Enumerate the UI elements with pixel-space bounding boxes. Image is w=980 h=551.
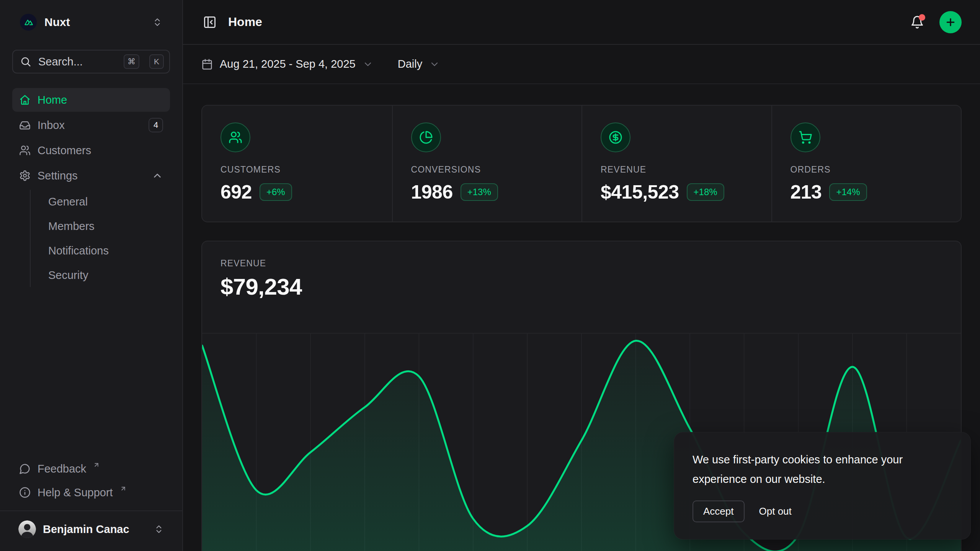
- circle-dollar-icon: [609, 130, 622, 144]
- stat-revenue[interactable]: REVENUE $415,523 +18%: [581, 106, 771, 222]
- granularity-select[interactable]: Daily: [398, 58, 440, 70]
- message-circle-icon: [19, 463, 31, 474]
- notification-dot: [919, 14, 925, 21]
- stats-card: CUSTOMERS 692 +6% CONVERSIONS 1986 +13%: [201, 105, 962, 222]
- help-support-link[interactable]: Help & Support: [12, 481, 170, 504]
- panel-left-close-icon: [203, 15, 217, 29]
- search-icon: [20, 56, 31, 67]
- add-button[interactable]: [939, 11, 962, 33]
- stat-delta-badge: +18%: [687, 183, 724, 201]
- page-title: Home: [228, 15, 262, 29]
- inbox-count-badge: 4: [149, 118, 163, 132]
- external-link-icon: [120, 485, 127, 492]
- sidebar-footer-links: Feedback Help & Support: [12, 458, 170, 504]
- users-icon: [19, 145, 31, 156]
- sidebar-item-inbox[interactable]: Inbox 4: [12, 113, 170, 137]
- shopping-cart-icon: [799, 130, 812, 144]
- plus-icon: [945, 16, 956, 28]
- calendar-icon: [201, 59, 213, 70]
- stat-label: CUSTOMERS: [220, 165, 374, 175]
- sidebar-item-label: Notifications: [48, 245, 109, 257]
- gear-icon: [19, 170, 31, 181]
- cookie-banner: We use first-party cookies to enhance yo…: [674, 432, 971, 540]
- help-support-label: Help & Support: [38, 484, 113, 500]
- sidebar-item-label: Members: [48, 220, 95, 233]
- kbd-meta: ⌘: [124, 54, 139, 69]
- avatar: [18, 520, 36, 538]
- stat-label: ORDERS: [791, 165, 943, 175]
- workspace-name: Nuxt: [44, 16, 70, 29]
- date-range-picker[interactable]: Aug 21, 2025 - Sep 4, 2025: [201, 58, 373, 70]
- stat-value: 213: [791, 181, 822, 203]
- users-icon: [229, 130, 242, 144]
- pie-chart-icon: [419, 130, 433, 144]
- feedback-link[interactable]: Feedback: [12, 458, 170, 480]
- sidebar-item-label: Settings: [38, 170, 78, 182]
- notifications-button[interactable]: [909, 14, 926, 31]
- user-name: Benjamin Canac: [43, 523, 129, 536]
- granularity-label: Daily: [398, 58, 422, 70]
- stat-orders[interactable]: ORDERS 213 +14%: [771, 106, 961, 222]
- sidebar-item-home[interactable]: Home: [12, 88, 170, 112]
- feedback-label: Feedback: [38, 461, 86, 477]
- sidebar-item-label: Inbox: [38, 119, 65, 132]
- stat-label: REVENUE: [601, 165, 753, 175]
- revenue-chart-value: $79,234: [220, 273, 942, 301]
- sidebar-nav: Home Inbox 4 Customers Settings General …: [12, 88, 170, 287]
- stat-conversions[interactable]: CONVERSIONS 1986 +13%: [392, 106, 582, 222]
- inbox-icon: [19, 119, 31, 131]
- stat-customers[interactable]: CUSTOMERS 692 +6%: [202, 106, 392, 222]
- sidebar: Nuxt Search... ⌘ K Home Inbox 4 Customer…: [0, 0, 183, 551]
- sidebar-item-label: Customers: [38, 144, 91, 157]
- chevron-down-icon: [429, 59, 440, 70]
- chevron-down-icon: [363, 59, 373, 70]
- sidebar-item-security[interactable]: Security: [42, 263, 170, 287]
- chevron-up-icon: [152, 170, 163, 181]
- settings-subnav: General Members Notifications Security: [30, 190, 170, 287]
- user-menu[interactable]: Benjamin Canac: [12, 517, 170, 542]
- sidebar-item-customers[interactable]: Customers: [12, 139, 170, 162]
- sidebar-item-label: Home: [38, 94, 67, 106]
- workspace-switcher[interactable]: Nuxt: [12, 8, 170, 37]
- sidebar-item-label: Security: [48, 269, 88, 282]
- search-placeholder: Search...: [38, 55, 117, 68]
- external-link-icon: [93, 461, 100, 468]
- chevrons-up-down-icon: [152, 17, 162, 27]
- sidebar-item-label: General: [48, 196, 88, 208]
- sidebar-item-notifications[interactable]: Notifications: [42, 239, 170, 262]
- kbd-k: K: [149, 54, 164, 69]
- collapse-sidebar-button[interactable]: [201, 14, 218, 31]
- revenue-chart-label: REVENUE: [220, 258, 942, 269]
- sidebar-item-general[interactable]: General: [42, 190, 170, 214]
- cookie-message: We use first-party cookies to enhance yo…: [693, 450, 952, 489]
- cookie-accept-button[interactable]: Accept: [693, 500, 745, 522]
- home-icon: [19, 94, 31, 106]
- nuxt-logo-icon: [20, 14, 37, 31]
- date-range-label: Aug 21, 2025 - Sep 4, 2025: [220, 58, 356, 70]
- page-header: Home: [183, 0, 980, 45]
- cookie-optout-button[interactable]: Opt out: [758, 501, 793, 522]
- sidebar-divider: [0, 510, 182, 511]
- stat-value: 692: [220, 181, 252, 203]
- stat-delta-badge: +6%: [260, 183, 292, 201]
- filters-toolbar: Aug 21, 2025 - Sep 4, 2025 Daily: [183, 45, 980, 84]
- chevrons-up-down-icon: [154, 524, 164, 534]
- sidebar-item-settings[interactable]: Settings: [12, 164, 170, 187]
- info-icon: [19, 487, 31, 498]
- stat-delta-badge: +14%: [829, 183, 867, 201]
- stat-value: 1986: [411, 181, 453, 203]
- search-input[interactable]: Search... ⌘ K: [12, 50, 170, 73]
- stat-delta-badge: +13%: [461, 183, 498, 201]
- stat-value: $415,523: [601, 181, 679, 203]
- stat-label: CONVERSIONS: [411, 165, 564, 175]
- sidebar-item-members[interactable]: Members: [42, 214, 170, 238]
